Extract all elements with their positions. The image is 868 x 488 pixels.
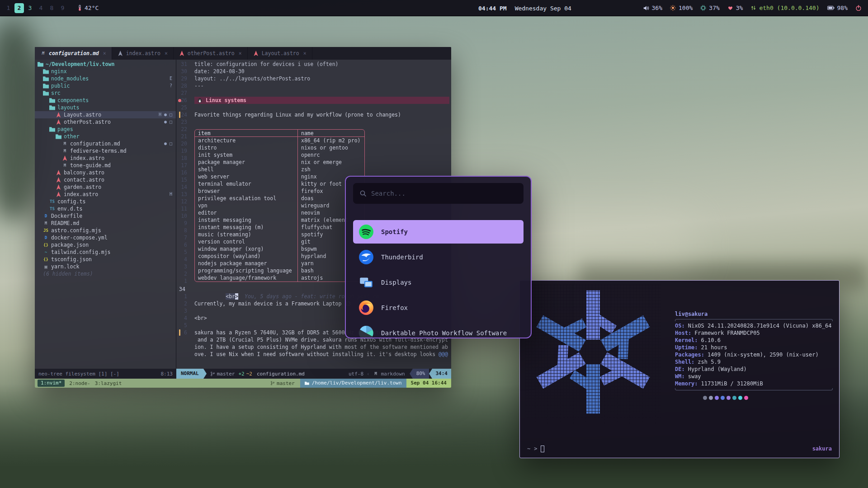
folder-icon: [305, 381, 309, 385]
table-row[interactable]: init systemopenrc: [195, 151, 364, 159]
tree-item-package-json[interactable]: {}package.json: [35, 241, 176, 249]
workspace-8[interactable]: 8: [47, 3, 57, 13]
buffer-line[interactable]: Favorite things regarding Linux and my w…: [194, 111, 451, 118]
tree-item-readme-md[interactable]: MREADME.md: [35, 220, 176, 227]
search-input[interactable]: [371, 190, 517, 197]
tree-item-node-modules[interactable]: node_modulesE: [35, 75, 176, 82]
tree-item-configuration-md[interactable]: Mconfiguration.md● □: [35, 140, 176, 147]
tree-item-docker-compose-yml[interactable]: Ddocker-compose.yml: [35, 234, 176, 241]
typescript-icon: TS: [49, 206, 55, 212]
launcher-entry-darktable[interactable]: Darktable Photo Workflow Software: [353, 321, 524, 338]
table-row[interactable]: version controlgit: [195, 238, 364, 245]
tmux-window-node[interactable]: 2:node-: [69, 380, 90, 386]
frontmatter-block[interactable]: title: configuration for devices i use (…: [194, 61, 451, 89]
table-row[interactable]: package managernix or emerge: [195, 159, 364, 166]
network-widget[interactable]: eth0 (10.0.0.140): [750, 5, 819, 11]
tmux-window-nvim[interactable]: 1:nvim*: [38, 380, 65, 387]
table-row[interactable]: nodejs package manageryarn: [195, 260, 364, 267]
table-row[interactable]: programming/scripting languagebash: [195, 267, 364, 274]
brightness-widget[interactable]: 100%: [670, 5, 693, 11]
table-row[interactable]: webdev language/frameworkastrojs: [195, 274, 364, 282]
filetype: markdown: [381, 371, 405, 377]
battery-widget[interactable]: 98%: [827, 5, 848, 11]
table-row[interactable]: terminal emulatorkitty or foot: [195, 180, 364, 188]
tree-item-contact-astro[interactable]: contact.astro: [35, 176, 176, 183]
tmux-datetime: Sep 04 16:44: [406, 379, 451, 388]
table-row[interactable]: compositor (wayland)hyprland: [195, 253, 364, 260]
tree-item-astro-config-mjs[interactable]: JSastro.config.mjs: [35, 227, 176, 234]
volume-widget[interactable]: 36%: [643, 5, 662, 11]
tab-layout-astro[interactable]: Layout.astro ×: [248, 47, 312, 60]
table-row[interactable]: editorneovim: [195, 209, 364, 216]
tree-item-layouts[interactable]: layouts: [35, 104, 176, 111]
tree-item-dockerfile[interactable]: DDockerfile: [35, 212, 176, 220]
thermometer-icon: [78, 5, 82, 11]
tab-otherpost-astro[interactable]: otherPost.astro ×: [174, 47, 248, 60]
close-icon[interactable]: ×: [103, 50, 106, 56]
cpu-widget[interactable]: 3%: [727, 5, 743, 11]
tree-item-nginx[interactable]: nginx: [35, 68, 176, 75]
tree-root[interactable]: ~/Development/liv.town: [35, 61, 176, 68]
tab-label: otherPost.astro: [188, 50, 235, 56]
tree-item-tailwind-config-mjs[interactable]: ~tailwind.config.mjs: [35, 249, 176, 256]
separator: ‹: [367, 371, 370, 377]
tree-item-public[interactable]: public?: [35, 82, 176, 89]
launcher-entry-displays[interactable]: Displays: [353, 271, 524, 294]
workspace-1[interactable]: 1: [4, 3, 13, 13]
table-row[interactable]: music (streaming)spotify: [195, 231, 364, 238]
tree-item-otherpost-astro[interactable]: otherPost.astro● □: [35, 118, 176, 126]
tree-item-balcony-astro[interactable]: balcony.astro: [35, 169, 176, 176]
tree-item-config-ts[interactable]: TSconfig.ts: [35, 198, 176, 205]
workspace-9[interactable]: 9: [58, 3, 67, 13]
tree-item-index-astro[interactable]: index.astroH: [35, 191, 176, 198]
tab-configuration-md[interactable]: M configuration.md ×: [35, 47, 112, 60]
launcher-entry-firefox[interactable]: Firefox: [353, 296, 524, 319]
table-row[interactable]: browserfirefox: [195, 188, 364, 195]
prompt-path: ~: [527, 445, 530, 452]
tree-item-tsconfig-json[interactable]: {}tsconfig.json: [35, 256, 176, 263]
workspace-3[interactable]: 3: [25, 3, 35, 13]
tree-item-env-d-ts[interactable]: TSenv.d.ts: [35, 205, 176, 212]
tree-item-tone-guide-md[interactable]: Mtone-guide.md: [35, 162, 176, 169]
folder-icon: [43, 90, 49, 96]
table-row[interactable]: instant messaging (m)fluffychat: [195, 224, 364, 231]
tree-item-index-astro-other[interactable]: index.astro: [35, 155, 176, 162]
terminal-window[interactable]: liv@sakura OS:NixOS 24.11.20240828.71e91…: [519, 280, 840, 458]
launcher-search[interactable]: [353, 183, 524, 204]
table-row[interactable]: distronixos or gentoo: [195, 144, 364, 151]
power-menu[interactable]: [855, 5, 862, 11]
thunderbird-icon: [359, 249, 374, 265]
table-row[interactable]: instant messagingmatrix (element: [195, 216, 364, 224]
tree-item-yarn-lock[interactable]: ▣yarn.lock: [35, 263, 176, 270]
close-icon[interactable]: ×: [165, 50, 168, 56]
close-icon[interactable]: ×: [239, 50, 242, 56]
markdown-icon: M: [62, 141, 68, 147]
memory-widget[interactable]: 37%: [700, 5, 719, 11]
heading-text: Linux systems: [206, 97, 246, 104]
table-row[interactable]: shellzsh: [195, 166, 364, 173]
tree-item-src[interactable]: src: [35, 89, 176, 97]
tree-item-layout-astro[interactable]: Layout.astroH ● □: [35, 111, 176, 118]
tree-item-components[interactable]: components: [35, 97, 176, 104]
tab-index-astro[interactable]: index.astro ×: [112, 47, 174, 60]
workspace-4[interactable]: 4: [36, 3, 46, 13]
tree-item-other[interactable]: other: [35, 133, 176, 140]
buffer-line[interactable]: ion. I have a setup consisting of Hyprla…: [194, 343, 451, 351]
markdown-h1-heading[interactable]: Linux systems: [194, 97, 449, 104]
buffer-line[interactable]: ove. I use Nix when I need software with…: [194, 351, 451, 358]
close-icon[interactable]: ×: [303, 50, 307, 56]
de-value: Hyprland (Wayland): [688, 366, 747, 373]
tree-item-fediverse-terms-md[interactable]: Mfediverse-terms.md: [35, 147, 176, 155]
table-row[interactable]: vpnwireguard: [195, 202, 364, 209]
tmux-window-lazygit[interactable]: 3:lazygit: [95, 380, 122, 386]
shell-prompt[interactable]: ~ >: [527, 445, 544, 452]
launcher-entry-spotify[interactable]: Spotify: [353, 220, 524, 244]
tree-item-pages[interactable]: pages: [35, 126, 176, 133]
workspace-2-active[interactable]: 2: [14, 3, 24, 13]
table-row[interactable]: architecturex86_64 (rip m2 pro): [195, 137, 364, 144]
table-row[interactable]: privilege escalation tooldoas: [195, 195, 364, 202]
tree-item-garden-astro[interactable]: garden.astro: [35, 183, 176, 191]
table-row[interactable]: web servernginx: [195, 173, 364, 180]
launcher-entry-thunderbird[interactable]: Thunderbird: [353, 245, 524, 269]
table-row[interactable]: window manager (xorg)bspwm: [195, 245, 364, 253]
